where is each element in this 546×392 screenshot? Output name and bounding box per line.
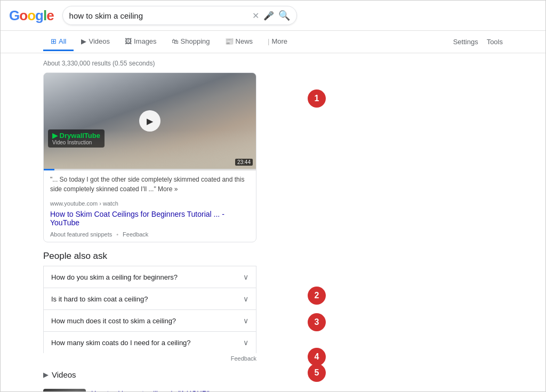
paa-item-1[interactable]: How do you skim a ceiling for beginners?…	[43, 266, 256, 288]
video-duration: 23:44	[235, 159, 253, 166]
search-bar: ✕ 🎤 🔍	[62, 6, 297, 25]
annotation-badge-2: 2	[308, 287, 326, 305]
microphone-icon[interactable]: 🎤	[263, 11, 274, 21]
brand-sub: Video Instruction	[52, 140, 100, 145]
annotation-badge-1: 1	[308, 89, 326, 108]
video-thumb-1[interactable]: ▶ 10:19	[43, 389, 86, 392]
all-icon: ⊞	[51, 37, 57, 45]
tab-shopping-label: Shopping	[181, 37, 210, 45]
snippet-quote: "... So today I got the other side compl…	[44, 170, 256, 198]
tab-news[interactable]: 📰 News	[218, 33, 261, 51]
paa-question-3: How much does it cost to skim a ceiling?	[51, 317, 176, 325]
chevron-down-icon: ∨	[243, 338, 248, 347]
snippet-source: www.youtube.com › watch	[44, 198, 256, 210]
featured-video-thumbnail[interactable]: ▶ DrywallTube Video Instruction ▶ 23:44	[44, 73, 256, 169]
search-input[interactable]	[69, 11, 248, 20]
shopping-icon: 🛍	[172, 37, 179, 45]
images-icon: 🖼	[125, 37, 132, 45]
videos-icon: ▶	[81, 37, 86, 45]
nav-right: Settings Tools	[453, 38, 503, 46]
videos-section-header: ▶ Videos	[43, 370, 256, 379]
tab-all[interactable]: ⊞ All	[43, 33, 74, 51]
google-logo: Google	[9, 7, 54, 24]
paa-question-4: How many skim coats do I need for a ceil…	[51, 339, 191, 347]
right-column: 1 2 3 4 5	[276, 58, 503, 389]
chevron-down-icon: ∨	[243, 316, 248, 325]
news-icon: 📰	[225, 37, 234, 45]
header: Google ✕ 🎤 🔍	[1, 1, 545, 31]
paa-item-2[interactable]: Is it hard to skim coat a ceiling? ∨	[43, 288, 256, 309]
search-icons: ✕ 🎤 🔍	[252, 10, 290, 21]
play-button[interactable]: ▶	[139, 110, 160, 132]
snippet-title-link[interactable]: How to Skim Coat Ceilings for Beginners …	[44, 210, 256, 229]
featured-snippet: ▶ DrywallTube Video Instruction ▶ 23:44 …	[43, 72, 256, 242]
tab-shopping[interactable]: 🛍 Shopping	[164, 33, 218, 51]
nav-tabs: ⊞ All ▶ Videos 🖼 Images 🛍 Shopping 📰 New…	[1, 31, 545, 53]
annotation-badge-5: 5	[308, 364, 326, 382]
paa-question-2: Is it hard to skim coat a ceiling?	[51, 295, 148, 303]
chevron-down-icon: ∨	[243, 273, 248, 281]
tab-more[interactable]: | More	[260, 33, 295, 51]
tab-all-label: All	[59, 37, 66, 45]
brand-overlay: ▶ DrywallTube Video Instruction	[48, 129, 105, 148]
video-list-item-1: ▶ 10:19 How to skim coat ceilings in "1 …	[43, 385, 256, 392]
annotation-badge-3: 3	[308, 313, 326, 331]
annotation-badge-4: 4	[308, 348, 326, 366]
results-count: About 3,330,000 results (0.55 seconds)	[43, 58, 267, 72]
search-icon[interactable]: 🔍	[278, 10, 290, 21]
chevron-down-icon: ∨	[243, 295, 248, 303]
video-info-1: How to skim coat ceilings in "1 HOUR" Yo…	[91, 389, 256, 392]
video-title-1[interactable]: How to skim coat ceilings in "1 HOUR"	[91, 389, 256, 392]
paa-item-4[interactable]: How many skim coats do I need for a ceil…	[43, 331, 256, 353]
clear-icon[interactable]: ✕	[252, 11, 259, 21]
paa-title: People also ask	[43, 251, 256, 262]
tab-more-label: More	[271, 37, 287, 45]
people-also-ask: People also ask How do you skim a ceilin…	[43, 251, 256, 362]
tab-news-label: News	[236, 37, 253, 45]
tools-link[interactable]: Tools	[487, 38, 503, 46]
about-featured-snippets-link[interactable]: About featured snippets	[50, 231, 112, 238]
main-content: About 3,330,000 results (0.55 seconds) ▶…	[1, 53, 545, 392]
settings-link[interactable]: Settings	[453, 38, 478, 46]
tab-videos[interactable]: ▶ Videos	[74, 33, 117, 51]
snippet-feedback-link[interactable]: Feedback	[123, 231, 148, 238]
paa-feedback[interactable]: Feedback	[43, 355, 256, 362]
results-column: About 3,330,000 results (0.55 seconds) ▶…	[43, 58, 267, 389]
videos-section: ▶ Videos ▶ 10:19 How to skim coat ceilin…	[43, 370, 256, 392]
tab-images[interactable]: 🖼 Images	[117, 33, 164, 51]
tab-images-label: Images	[134, 37, 157, 45]
video-section-icon: ▶	[43, 371, 49, 379]
videos-title: Videos	[52, 370, 76, 379]
paa-item-3[interactable]: How much does it cost to skim a ceiling?…	[43, 309, 256, 331]
snippet-meta: About featured snippets • Feedback	[44, 229, 256, 242]
paa-question-1: How do you skim a ceiling for beginners?	[51, 273, 178, 281]
brand-logo: ▶ DrywallTube	[52, 132, 100, 140]
tab-videos-label: Videos	[89, 37, 110, 45]
